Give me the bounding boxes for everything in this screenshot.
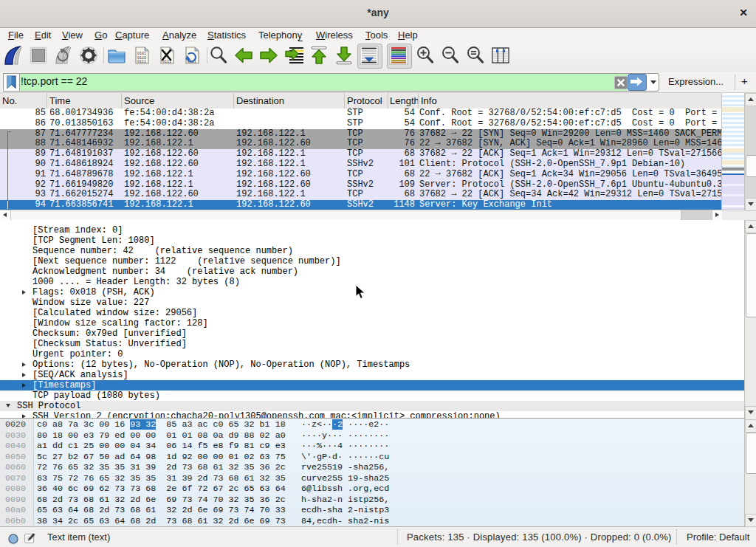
svg-text:0111: 0111: [137, 60, 146, 64]
